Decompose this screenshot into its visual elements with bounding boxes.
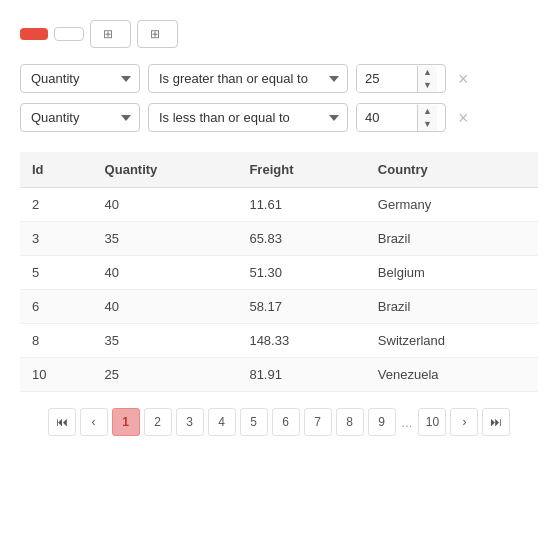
table-cell-country-3: Brazil [366, 290, 538, 324]
table-cell-quantity-4: 35 [93, 324, 238, 358]
add-group-button[interactable]: ⊞ [137, 20, 178, 48]
filter-row-1: QuantityFreightCountryIdIs greater than … [20, 103, 538, 132]
table-row: 54051.30Belgium [20, 256, 538, 290]
table-row: 64058.17Brazil [20, 290, 538, 324]
page-next-button[interactable]: › [450, 408, 478, 436]
filter-field-select-1[interactable]: QuantityFreightCountryId [20, 103, 140, 132]
table-cell-quantity-1: 35 [93, 222, 238, 256]
table-cell-freight-4: 148.33 [237, 324, 365, 358]
page-button-1[interactable]: 1 [112, 408, 140, 436]
table-cell-quantity-5: 25 [93, 358, 238, 392]
page-prev-button[interactable]: ‹ [80, 408, 108, 436]
filter-value-input-1[interactable] [357, 104, 417, 131]
filter-field-select-0[interactable]: QuantityFreightCountryId [20, 64, 140, 93]
table-cell-country-2: Belgium [366, 256, 538, 290]
filter-rows: QuantityFreightCountryIdIs greater than … [20, 64, 538, 132]
table-row: 835148.33Switzerland [20, 324, 538, 358]
filter-value-wrapper-1: ▲▼ [356, 103, 446, 132]
table-header-country: Country [366, 152, 538, 188]
add-group-icon: ⊞ [150, 27, 160, 41]
filter-spin-down-0[interactable]: ▼ [418, 79, 437, 92]
filter-spin-down-1[interactable]: ▼ [418, 118, 437, 131]
page-button-4[interactable]: 4 [208, 408, 236, 436]
page-button-2[interactable]: 2 [144, 408, 172, 436]
filter-spinners-0: ▲▼ [417, 66, 437, 92]
and-button[interactable] [20, 28, 48, 40]
toolbar: ⊞ ⊞ [20, 20, 538, 48]
table-cell-quantity-0: 40 [93, 188, 238, 222]
page-button-8[interactable]: 8 [336, 408, 364, 436]
page-first-button[interactable]: ⏮ [48, 408, 76, 436]
table-cell-country-0: Germany [366, 188, 538, 222]
pagination: ⏮‹123456789...10›⏭ [20, 408, 538, 436]
filter-spin-up-1[interactable]: ▲ [418, 105, 437, 118]
table-cell-freight-2: 51.30 [237, 256, 365, 290]
table-cell-id-3: 6 [20, 290, 93, 324]
page-button-10[interactable]: 10 [418, 408, 446, 436]
table-cell-freight-5: 81.91 [237, 358, 365, 392]
filter-op-select-0[interactable]: Is greater than or equal toIs less than … [148, 64, 348, 93]
page-button-5[interactable]: 5 [240, 408, 268, 436]
table-cell-id-5: 10 [20, 358, 93, 392]
page-button-6[interactable]: 6 [272, 408, 300, 436]
page-button-7[interactable]: 7 [304, 408, 332, 436]
table-cell-country-1: Brazil [366, 222, 538, 256]
table-cell-freight-0: 11.61 [237, 188, 365, 222]
filter-op-select-1[interactable]: Is greater than or equal toIs less than … [148, 103, 348, 132]
clear-all-button[interactable] [184, 32, 192, 36]
add-expression-button[interactable]: ⊞ [90, 20, 131, 48]
filter-value-input-0[interactable] [357, 65, 417, 92]
table-cell-country-4: Switzerland [366, 324, 538, 358]
table-row: 33565.83Brazil [20, 222, 538, 256]
page-button-9[interactable]: 9 [368, 408, 396, 436]
or-button[interactable] [54, 27, 84, 41]
add-expression-icon: ⊞ [103, 27, 113, 41]
table-cell-quantity-3: 40 [93, 290, 238, 324]
filter-spin-up-0[interactable]: ▲ [418, 66, 437, 79]
table-header-id: Id [20, 152, 93, 188]
table-cell-id-4: 8 [20, 324, 93, 358]
table-cell-country-5: Venezuela [366, 358, 538, 392]
filter-remove-button-0[interactable]: × [454, 68, 473, 90]
filter-value-wrapper-0: ▲▼ [356, 64, 446, 93]
table-cell-freight-1: 65.83 [237, 222, 365, 256]
page-last-button[interactable]: ⏭ [482, 408, 510, 436]
table-cell-id-0: 2 [20, 188, 93, 222]
filter-spinners-1: ▲▼ [417, 105, 437, 131]
filter-row-0: QuantityFreightCountryIdIs greater than … [20, 64, 538, 93]
data-table: IdQuantityFreightCountry24011.61Germany3… [20, 152, 538, 392]
table-cell-id-2: 5 [20, 256, 93, 290]
table-row: 102581.91Venezuela [20, 358, 538, 392]
table-header-freight: Freight [237, 152, 365, 188]
filter-remove-button-1[interactable]: × [454, 107, 473, 129]
page-button-3[interactable]: 3 [176, 408, 204, 436]
table-row: 24011.61Germany [20, 188, 538, 222]
table-cell-quantity-2: 40 [93, 256, 238, 290]
table-cell-freight-3: 58.17 [237, 290, 365, 324]
table-header-quantity: Quantity [93, 152, 238, 188]
table-cell-id-1: 3 [20, 222, 93, 256]
page-dots: ... [400, 415, 415, 430]
